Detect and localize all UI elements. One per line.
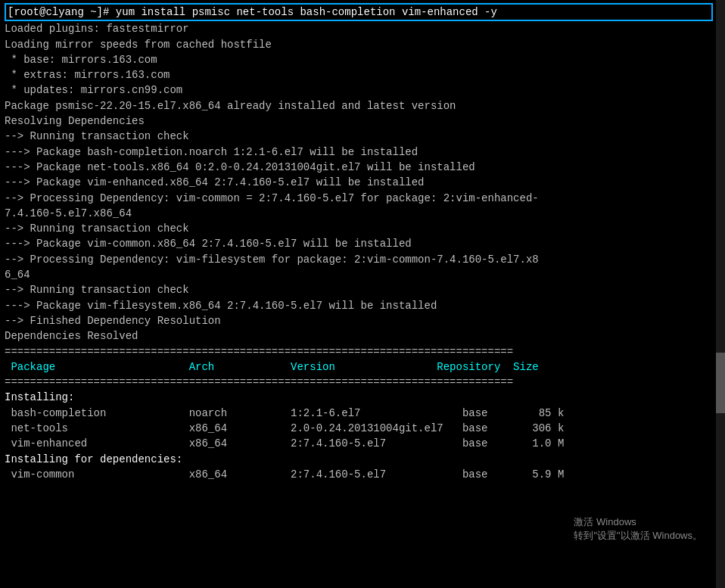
separator-line-2: ========================================…	[5, 375, 720, 390]
windows-activation-watermark: 激活 Windows 转到"设置"以激活 Windows。	[574, 515, 702, 543]
command-line: [root@clyang ~]# yum install psmisc net-…	[5, 3, 713, 21]
output-line: Loaded plugins: fastestmirror	[5, 21, 720, 36]
output-line: --> Running transaction check	[5, 129, 720, 144]
output-line: ---> Package vim-common.x86_64 2:7.4.160…	[5, 236, 720, 251]
installing-label: Installing:	[5, 390, 720, 405]
watermark-line2: 转到"设置"以激活 Windows。	[574, 529, 702, 543]
vim-enhanced-row: vim-enhanced x86_64 2:7.4.160-5.el7 base…	[5, 436, 720, 451]
output-line: --> Processing Dependency: vim-common = …	[5, 191, 720, 206]
net-tools-row: net-tools x86_64 2.0-0.24.20131004git.el…	[5, 421, 720, 436]
output-line: ---> Package net-tools.x86_64 0:2.0-0.24…	[5, 160, 720, 175]
bash-completion-row: bash-completion noarch 1:2.1-6.el7 base …	[5, 406, 720, 421]
separator-line-1: ========================================…	[5, 344, 720, 359]
output-line: * base: mirrors.163.com	[5, 52, 720, 67]
output-line: ---> Package bash-completion.noarch 1:2.…	[5, 145, 720, 160]
output-line: --> Running transaction check	[5, 221, 720, 236]
scrollbar[interactable]	[716, 0, 725, 588]
output-line: ---> Package vim-filesystem.x86_64 2:7.4…	[5, 298, 720, 313]
output-line: 6_64	[5, 267, 720, 282]
output-line: --> Running transaction check	[5, 282, 720, 297]
terminal-window: [root@clyang ~]# yum install psmisc net-…	[0, 0, 725, 588]
output-line: --> Finished Dependency Resolution	[5, 313, 720, 328]
output-line: ---> Package vim-enhanced.x86_64 2:7.4.1…	[5, 175, 720, 190]
output-line: Package psmisc-22.20-15.el7.x86_64 alrea…	[5, 98, 720, 114]
table-header: Package Arch Version Repository Size	[5, 359, 720, 375]
output-line: --> Processing Dependency: vim-filesyste…	[5, 252, 720, 267]
output-line: * extras: mirrors.163.com	[5, 67, 720, 82]
output-line: * updates: mirrors.cn99.com	[5, 82, 720, 98]
output-line: 7.4.160-5.el7.x86_64	[5, 206, 720, 221]
watermark-line1: 激活 Windows	[574, 515, 702, 529]
output-line: Resolving Dependencies	[5, 114, 720, 129]
installing-deps-label: Installing for dependencies:	[5, 452, 720, 467]
output-line: Loading mirror speeds from cached hostfi…	[5, 37, 720, 52]
deps-resolved-line: Dependencies Resolved	[5, 328, 720, 344]
scrollbar-thumb[interactable]	[716, 353, 725, 413]
vim-common-row: vim-common x86_64 2:7.4.160-5.el7 base 5…	[5, 467, 720, 482]
